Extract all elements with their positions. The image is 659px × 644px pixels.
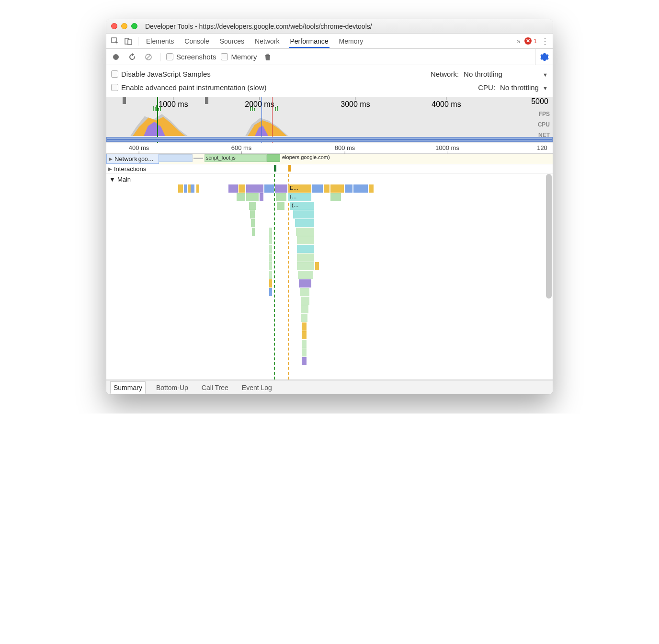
zoom-tick: 800 ms <box>335 144 355 151</box>
perf-toolbar: Screenshots Memory <box>106 49 553 65</box>
chevron-down-icon: ▼ <box>543 85 548 91</box>
overview-tick: 5000 <box>531 97 548 105</box>
details-tabs: Summary Bottom-Up Call Tree Event Log <box>106 380 553 394</box>
details-tab-call-tree[interactable]: Call Tree <box>199 382 231 393</box>
track-label: Main <box>117 176 131 183</box>
flame-bars[interactable]: E… (… (… <box>106 174 546 380</box>
network-request-bar[interactable] <box>193 158 203 159</box>
screenshots-checkbox[interactable]: Screenshots <box>166 53 216 61</box>
minimize-window-button[interactable] <box>121 23 127 29</box>
flame-event[interactable]: E… <box>288 184 311 193</box>
devtools-window: Developer Tools - https://developers.goo… <box>106 19 553 394</box>
network-request-bar[interactable]: elopers.google.com) <box>281 154 549 162</box>
clear-icon[interactable] <box>143 51 154 63</box>
cpu-throttle-select[interactable]: No throttling ▼ <box>500 83 548 92</box>
enable-paint-instr-checkbox[interactable]: Enable advanced paint instrumentation (s… <box>111 83 267 92</box>
overview-tick: 2000 ms <box>245 100 274 108</box>
disclosure-triangle-icon: ▶ <box>108 166 112 172</box>
overview-tick: 1000 ms <box>159 100 188 108</box>
capture-settings-icon[interactable] <box>535 49 549 65</box>
zoom-tick: 400 ms <box>129 144 149 151</box>
inspect-element-icon[interactable] <box>109 35 121 47</box>
disable-js-samples-checkbox[interactable]: Disable JavaScript Samples <box>111 70 211 78</box>
garbage-collect-icon[interactable] <box>262 51 273 63</box>
network-throttle-label: Network: <box>431 70 459 78</box>
svg-point-3 <box>113 54 119 60</box>
close-window-button[interactable] <box>111 23 117 29</box>
timeline-overview[interactable]: 1000 ms 2000 ms 3000 ms 4000 ms 5000 FPS… <box>106 97 553 143</box>
disable-js-samples-label: Disable JavaScript Samples <box>121 70 211 78</box>
memory-checkbox[interactable]: Memory <box>221 53 257 61</box>
interactions-track-header[interactable]: ▶ Interactions <box>106 164 159 173</box>
disclosure-triangle-icon: ▶ <box>109 156 113 161</box>
memory-label: Memory <box>231 53 257 61</box>
zoom-ruler[interactable]: 400 ms 600 ms 800 ms 1000 ms 120 <box>106 143 553 154</box>
overview-net-lane <box>106 137 553 142</box>
tab-memory[interactable]: Memory <box>338 34 364 48</box>
svg-line-5 <box>147 55 150 59</box>
enable-paint-instr-label: Enable advanced paint instrumentation (s… <box>121 83 267 92</box>
more-tabs-icon[interactable]: » <box>517 37 521 45</box>
record-button-icon[interactable] <box>110 51 122 63</box>
cpu-throttle-label: CPU: <box>478 83 495 92</box>
tracks-area: ▶ Network goo… script_foot.js elopers.go… <box>106 154 553 380</box>
error-count: 1 <box>534 37 537 45</box>
flame-event[interactable]: (… <box>288 193 311 201</box>
network-track[interactable]: ▶ Network goo… script_foot.js elopers.go… <box>106 154 553 164</box>
network-request-bar[interactable] <box>159 154 193 162</box>
overview-marker-red <box>272 97 273 143</box>
interactions-track[interactable]: ▶ Interactions <box>106 164 553 174</box>
window-title: Developer Tools - https://developers.goo… <box>145 23 372 30</box>
titlebar: Developer Tools - https://developers.goo… <box>106 19 553 34</box>
overview-marker-blue <box>261 97 262 143</box>
details-tab-bottom-up[interactable]: Bottom-Up <box>153 382 191 393</box>
panel-tabs-row: Elements Console Sources Network Perform… <box>106 34 553 49</box>
svg-rect-2 <box>128 40 132 45</box>
disclosure-triangle-icon: ▼ <box>109 176 115 183</box>
network-throttle-select[interactable]: No throttling ▼ <box>464 70 548 78</box>
interaction-marker[interactable] <box>288 165 291 172</box>
overview-handle-left[interactable] <box>123 97 126 104</box>
kebab-menu-icon[interactable]: ⋮ <box>541 39 550 44</box>
zoom-window-button[interactable] <box>131 23 137 29</box>
network-track-header[interactable]: ▶ Network goo… <box>106 154 159 164</box>
error-badge[interactable]: ✕ 1 <box>524 37 537 45</box>
zoom-tick: 120 <box>537 144 547 151</box>
panel-tabs: Elements Console Sources Network Perform… <box>145 34 364 48</box>
tab-elements[interactable]: Elements <box>145 34 175 48</box>
track-label: Network <box>114 155 137 162</box>
checkbox-icon <box>166 53 173 60</box>
overview-handle-right[interactable] <box>205 97 208 104</box>
overview-tick: 4000 ms <box>432 100 461 108</box>
details-tab-event-log[interactable]: Event Log <box>239 382 275 393</box>
traffic-lights <box>111 23 137 29</box>
flame-scrollbar[interactable] <box>546 174 552 299</box>
reload-record-icon[interactable] <box>126 51 138 63</box>
tab-console[interactable]: Console <box>183 34 210 48</box>
main-track-header[interactable]: ▼ Main <box>106 174 159 185</box>
overview-cpu-lane <box>106 112 553 136</box>
interaction-marker[interactable] <box>274 165 276 172</box>
zoom-tick: 600 ms <box>231 144 252 151</box>
interactions-track-body[interactable] <box>159 164 553 173</box>
device-toolbar-icon[interactable] <box>123 35 134 47</box>
tab-network[interactable]: Network <box>254 34 280 48</box>
tab-performance[interactable]: Performance <box>289 34 329 48</box>
main-flame-chart[interactable]: ▼ Main E… <box>106 174 553 380</box>
flame-event[interactable]: (… <box>290 202 314 210</box>
chevron-down-icon: ▼ <box>543 72 548 78</box>
checkbox-icon <box>111 84 118 91</box>
track-label: Interactions <box>114 165 146 172</box>
tab-sources[interactable]: Sources <box>219 34 245 48</box>
screenshots-label: Screenshots <box>176 53 216 61</box>
error-icon: ✕ <box>524 37 532 45</box>
zoom-tick: 1000 ms <box>435 144 459 151</box>
network-track-body[interactable]: script_foot.js elopers.google.com) <box>159 154 553 164</box>
checkbox-icon <box>221 53 228 60</box>
checkbox-icon <box>111 70 118 78</box>
network-request-bar: goo… <box>138 156 154 162</box>
network-request-bar[interactable] <box>267 154 280 162</box>
network-request-bar[interactable]: script_foot.js <box>205 154 267 162</box>
details-tab-summary[interactable]: Summary <box>110 381 146 394</box>
overview-tick: 3000 ms <box>341 100 370 108</box>
